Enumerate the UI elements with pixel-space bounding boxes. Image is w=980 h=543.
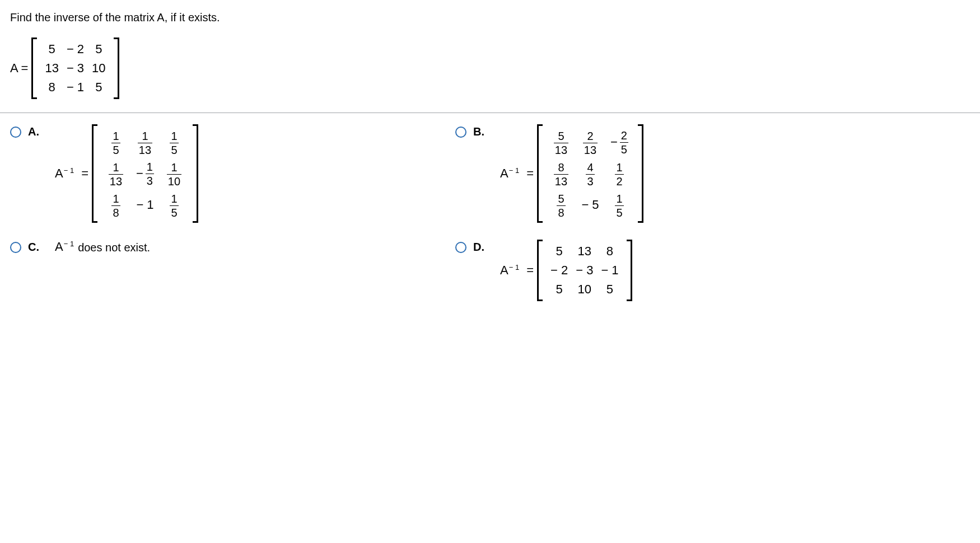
matrix-cell: 58 [550, 191, 572, 218]
divider [0, 113, 980, 113]
A-inverse-label: A− 1 [500, 166, 519, 181]
choice-C: C. A− 1 does not exist. [10, 240, 455, 301]
matrix-cell: − 3 [576, 263, 593, 278]
A-inverse-label: A− 1 [500, 263, 519, 278]
matrix-cell: 10 [576, 282, 593, 297]
matrix-cell: 5 [92, 80, 105, 95]
matrix-cell: 15 [609, 191, 630, 218]
matrix-cell: 5 [550, 244, 568, 259]
matrix-row: 513213−25 [550, 129, 630, 156]
matrix-cell: 5 [550, 282, 568, 297]
matrix-cell: 18 [105, 191, 127, 218]
choice-letter-D: D. [473, 241, 490, 254]
matrix-row: 8− 15 [45, 80, 105, 95]
matrix-cell: 113 [105, 160, 127, 187]
matrix-row: 18− 115 [105, 191, 185, 218]
radio-B[interactable] [455, 127, 466, 138]
matrix-cell: − 1 [601, 263, 618, 278]
equals-sign: = [526, 263, 534, 278]
matrix-cell: −25 [609, 129, 630, 156]
matrix-cell: 110 [164, 160, 185, 187]
matrix-row: 113−13110 [105, 160, 185, 187]
matrix-cell: 5 [45, 42, 58, 57]
option-A-matrix: 1511315113−1311018− 115 [92, 124, 198, 223]
matrix-row: 5105 [550, 282, 619, 297]
matrix-cell: 15 [164, 191, 185, 218]
matrix-cell: − 1 [67, 80, 84, 95]
matrix-cell: −13 [134, 160, 156, 187]
matrix-row: 13− 310 [45, 61, 105, 76]
choice-letter-C: C. [28, 241, 45, 254]
option-D-matrix: 5138− 2− 3− 15105 [537, 240, 632, 301]
matrix-cell: 15 [164, 129, 185, 156]
matrix-A: 5− 2513− 3108− 15 [31, 38, 119, 99]
A-inverse-label: A− 1 [55, 166, 73, 181]
matrix-row: 1511315 [105, 129, 185, 156]
choice-B: B. A− 1 = 513213−25813431258− 515 [455, 124, 900, 223]
matrix-row: − 2− 3− 1 [550, 263, 619, 278]
matrix-row: 5138 [550, 244, 619, 259]
choice-D: D. A− 1 = 5138− 2− 3− 15105 [455, 240, 900, 301]
matrix-cell: − 2 [67, 42, 84, 57]
option-B-matrix: 513213−25813431258− 515 [537, 124, 643, 223]
choice-letter-A: A. [28, 125, 45, 138]
matrix-cell: − 1 [134, 191, 156, 218]
matrix-cell: 43 [580, 160, 601, 187]
matrix-cell: − 3 [67, 61, 84, 76]
radio-C[interactable] [10, 242, 21, 253]
A-inverse-label: A− 1 [55, 240, 73, 254]
matrix-cell: 5 [601, 282, 618, 297]
matrix-cell: 10 [92, 61, 105, 76]
radio-D[interactable] [455, 242, 466, 253]
matrix-cell: 213 [580, 129, 601, 156]
matrix-row: 58− 515 [550, 191, 630, 218]
radio-A[interactable] [10, 127, 21, 138]
equals-sign: = [526, 166, 534, 181]
answer-choices: A. A− 1 = 1511315113−1311018− 115 B. A− … [10, 124, 970, 318]
choice-A: A. A− 1 = 1511315113−1311018− 115 [10, 124, 455, 223]
matrix-cell: 5 [92, 42, 105, 57]
matrix-row: 5− 25 [45, 42, 105, 57]
option-C-text: does not exist. [78, 241, 150, 254]
matrix-row: 8134312 [550, 160, 630, 187]
choice-letter-B: B. [473, 125, 490, 138]
matrix-cell: − 2 [550, 263, 568, 278]
matrix-cell: 13 [45, 61, 58, 76]
matrix-cell: 813 [550, 160, 572, 187]
equals-sign: = [81, 166, 88, 181]
given-lhs: A = [10, 61, 28, 76]
matrix-cell: 113 [134, 129, 156, 156]
question-prompt: Find the inverse of the matrix A, if it … [10, 11, 970, 24]
matrix-cell: 15 [105, 129, 127, 156]
matrix-cell: 8 [601, 244, 618, 259]
matrix-cell: 12 [609, 160, 630, 187]
matrix-cell: 8 [45, 80, 58, 95]
given-matrix-A: A = 5− 2513− 3108− 15 [10, 38, 970, 99]
matrix-cell: 513 [550, 129, 572, 156]
matrix-cell: − 5 [580, 191, 601, 218]
matrix-cell: 13 [576, 244, 593, 259]
